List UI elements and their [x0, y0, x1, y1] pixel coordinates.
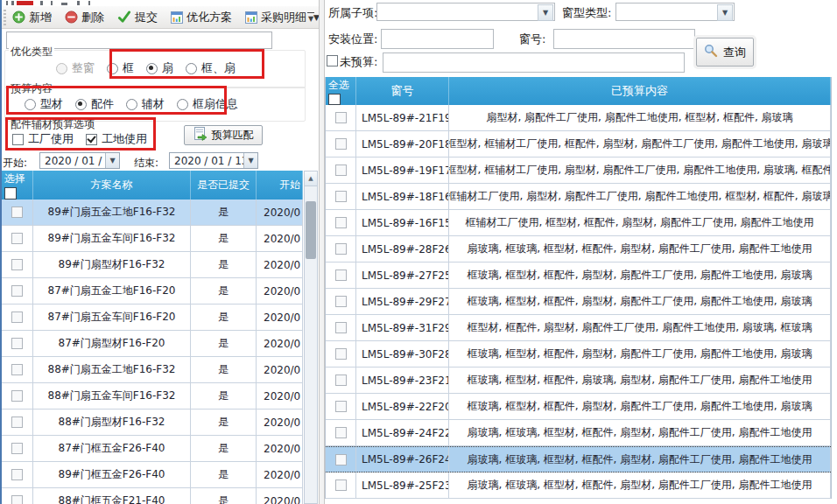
radio-option[interactable]: 框扇信息	[177, 96, 238, 112]
row-checkbox[interactable]	[335, 243, 347, 255]
budget-row-select-cell[interactable]	[326, 368, 356, 394]
row-checkbox[interactable]	[11, 206, 23, 218]
radio-icon[interactable]	[107, 63, 118, 74]
radio-icon[interactable]	[126, 99, 137, 110]
plan-table-row[interactable]: 89#门扇五金车间F16-F32是2020/0	[2, 226, 303, 252]
budget-table-row[interactable]: LM5L-89#-23F21框玻璃, 框型材, 框配件, 扇玻璃, 扇型材, 扇…	[326, 368, 831, 394]
row-checkbox[interactable]	[335, 348, 347, 360]
select-all-checkbox[interactable]	[4, 187, 17, 200]
chevron-down-icon[interactable]: ▼	[105, 153, 119, 168]
add-button[interactable]: 新增	[12, 10, 52, 25]
query-button[interactable]: 查询	[696, 38, 754, 66]
budget-row-select-cell[interactable]	[326, 420, 356, 446]
row-checkbox[interactable]	[11, 416, 23, 428]
row-checkbox[interactable]	[335, 427, 347, 438]
plan-table-row[interactable]: 87#门扇五金车间F16-F20是2020/0	[2, 304, 303, 331]
plan-table-row[interactable]: 88#门扇五金车间F16-F32是2020/0	[2, 383, 303, 410]
checkbox-checked-icon[interactable]	[86, 134, 97, 145]
plan-table-row[interactable]: 89#门扇型材F16-F32是2020/0	[2, 252, 303, 278]
row-checkbox[interactable]	[11, 259, 23, 270]
row-checkbox[interactable]	[11, 495, 23, 504]
scrollbar-thumb[interactable]	[306, 201, 316, 259]
row-checkbox[interactable]	[335, 480, 347, 491]
submitted-column-header[interactable]: 是否已提交	[191, 171, 257, 200]
plan-row-select-cell[interactable]	[2, 278, 33, 304]
toolbar-overflow-button[interactable]: ▼	[305, 10, 317, 25]
plan-row-select-cell[interactable]	[2, 436, 33, 462]
budget-row-select-cell[interactable]	[326, 236, 356, 262]
row-checkbox[interactable]	[335, 374, 347, 386]
budget-table-row[interactable]: LM5L-89#-28F26扇玻璃, 框玻璃, 框型材, 框配件, 扇型材, 扇…	[326, 236, 831, 262]
budget-row-select-cell[interactable]	[326, 472, 356, 499]
chevron-down-icon[interactable]: ▼	[538, 4, 553, 21]
no-budget-input[interactable]	[383, 52, 685, 73]
plan-table-row[interactable]: 88#门扇五金工地F16-F32是2020/0	[2, 357, 303, 383]
budget-table-row[interactable]: LM5L-89#-22F20框玻璃, 框型材, 框配件, 扇型材, 扇配件工厂使…	[326, 394, 831, 420]
plan-row-select-cell[interactable]	[2, 226, 33, 252]
budget-table-row[interactable]: LM5L-89#-29F27框玻璃, 框型材, 框配件, 扇型材, 扇配件工厂使…	[326, 289, 831, 315]
radio-option[interactable]: 配件	[75, 96, 114, 112]
row-checkbox[interactable]	[335, 401, 347, 412]
plan-row-select-cell[interactable]	[2, 200, 33, 226]
radio-icon[interactable]	[186, 63, 197, 74]
select-all-checkbox[interactable]	[328, 94, 341, 105]
radio-option[interactable]: 整窗	[56, 60, 95, 76]
budget-row-select-cell[interactable]	[326, 158, 356, 184]
plan-table-row[interactable]: 87#门框五金F26-F40是2020/0	[2, 436, 303, 462]
budget-table-row[interactable]: LM5L-89#-24F22扇玻璃, 框玻璃, 框型材, 框配件, 扇型材, 扇…	[326, 420, 831, 446]
budget-table-row[interactable]: LM5L-89#-27F25框玻璃, 框型材, 框配件, 扇型材, 扇配件工厂使…	[326, 262, 831, 289]
budget-table-row[interactable]: LM5L-89#-31F29框型材, 框配件, 扇型材, 扇配件工厂使用, 扇配…	[326, 315, 831, 341]
radio-icon[interactable]	[177, 99, 188, 110]
row-checkbox[interactable]	[335, 322, 347, 333]
row-checkbox[interactable]	[11, 338, 23, 349]
end-date-picker[interactable]: 2020 / 01 / 13 ▼	[169, 152, 258, 169]
budget-row-select-cell[interactable]	[326, 131, 356, 158]
row-checkbox[interactable]	[11, 312, 23, 323]
radio-selected-icon[interactable]	[146, 63, 158, 74]
row-checkbox[interactable]	[11, 469, 23, 480]
submit-button[interactable]: 提交	[117, 10, 158, 25]
row-checkbox[interactable]	[335, 138, 347, 150]
plan-table-row[interactable]: 87#门扇五金工地F16-F20是2020/0	[2, 278, 303, 304]
checkbox-option[interactable]: 工厂使用	[12, 131, 74, 147]
window-no-column-header[interactable]: 窗号	[356, 77, 449, 105]
budget-row-select-cell[interactable]	[326, 289, 356, 315]
budget-table-row[interactable]: LM5L-89#-16F15框辅材工厂使用, 框型材, 框配件, 扇型材, 扇配…	[326, 210, 831, 236]
budget-table-row[interactable]: LM5L-89#-26F24扇玻璃, 框玻璃, 框型材, 框配件, 扇型材, 扇…	[326, 446, 831, 472]
start-column-header[interactable]: 开始	[257, 171, 303, 200]
radio-option[interactable]: 辅材	[126, 96, 165, 112]
row-checkbox[interactable]	[11, 443, 23, 454]
row-checkbox[interactable]	[11, 390, 23, 402]
budget-table-row[interactable]: LM5L-89#-21F19扇型材, 扇配件工厂使用, 扇配件工地使用, 框型材…	[326, 105, 831, 131]
row-checkbox[interactable]	[335, 296, 347, 307]
plan-row-select-cell[interactable]	[2, 357, 33, 383]
row-checkbox[interactable]	[335, 191, 347, 202]
budget-row-select-cell[interactable]	[326, 341, 356, 368]
delete-button[interactable]: 删除	[65, 10, 104, 25]
plan-row-select-cell[interactable]	[2, 252, 33, 278]
row-checkbox[interactable]	[335, 112, 347, 123]
plan-row-select-cell[interactable]	[2, 462, 33, 488]
plan-row-select-cell[interactable]	[2, 304, 33, 331]
radio-option[interactable]: 扇	[146, 60, 173, 76]
row-checkbox[interactable]	[11, 233, 23, 244]
radio-selected-icon[interactable]	[75, 99, 87, 110]
checkbox-option[interactable]: 工地使用	[86, 131, 147, 147]
optimize-plan-button[interactable]: 优化方案	[171, 10, 232, 25]
no-budget-checkbox[interactable]	[327, 55, 338, 66]
vertical-scrollbar[interactable]: ▲	[304, 171, 318, 504]
row-checkbox[interactable]	[335, 454, 347, 466]
budget-table-row[interactable]: LM5L-89#-20F18框型材, 框辅材工厂使用, 框配件, 扇型材, 扇配…	[326, 131, 831, 158]
budget-row-select-cell[interactable]	[326, 394, 356, 420]
scroll-up-arrow-icon[interactable]: ▲	[305, 172, 317, 186]
chevron-down-icon[interactable]: ▼	[243, 153, 257, 168]
chevron-down-icon[interactable]: ▼	[717, 4, 733, 21]
plan-table-row[interactable]: 88#门扇型材F16-F32是2020/0	[2, 410, 303, 436]
radio-option[interactable]: 型材	[25, 96, 63, 112]
budget-table-row[interactable]: LM5L-89#-25F23扇玻璃, 框玻璃, 框型材, 框配件, 扇型材, 扇…	[326, 472, 831, 499]
plan-table-row[interactable]: 88#门框五金F21-F40是2020/0	[2, 488, 303, 504]
sub-item-combobox[interactable]: ▼	[376, 3, 555, 21]
plan-row-select-cell[interactable]	[2, 410, 33, 436]
budget-row-select-cell[interactable]	[326, 262, 356, 289]
radio-option[interactable]: 框、扇	[186, 60, 236, 76]
